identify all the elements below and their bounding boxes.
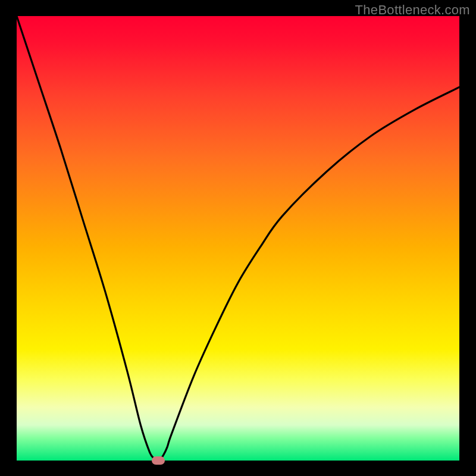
bottleneck-curve (17, 16, 459, 461)
chart-plot-area (17, 16, 459, 461)
optimal-point-marker (152, 456, 165, 465)
watermark-text: TheBottleneck.com (355, 2, 470, 18)
